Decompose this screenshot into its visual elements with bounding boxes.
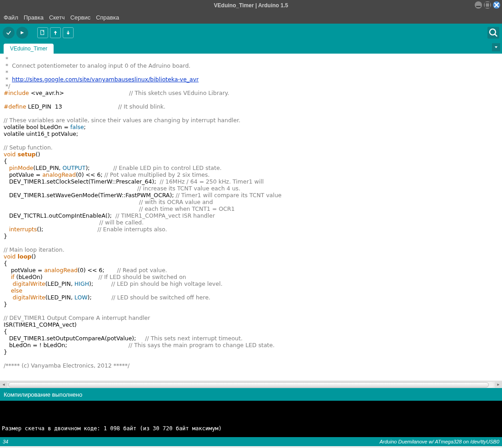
- scroll-left-button[interactable]: ◄: [0, 382, 7, 388]
- svg-marker-10: [495, 46, 497, 48]
- console: Размер скетча в двоичном коде: 1 098 бай…: [0, 401, 502, 437]
- tab-sketch[interactable]: VEduino_Timer: [4, 44, 54, 54]
- scrollbar-thumb[interactable]: [8, 382, 489, 388]
- code-editor[interactable]: * * Connect potentiometer to analog inpu…: [0, 54, 502, 381]
- close-button[interactable]: [493, 1, 500, 9]
- svg-point-8: [490, 29, 496, 35]
- verify-button[interactable]: [3, 27, 15, 39]
- open-button[interactable]: [50, 27, 61, 38]
- svg-rect-1: [485, 3, 490, 7]
- menu-help[interactable]: Справка: [96, 14, 119, 21]
- window-controls: [475, 1, 500, 9]
- save-button[interactable]: [63, 27, 74, 38]
- minimize-button[interactable]: [475, 1, 482, 9]
- tabbar: VEduino_Timer: [0, 42, 502, 54]
- scrollbar-track[interactable]: [8, 382, 494, 388]
- horizontal-scrollbar[interactable]: ◄ ►: [0, 381, 502, 388]
- status-message: Компилирование выполнено: [4, 391, 82, 398]
- menu-sketch[interactable]: Скетч: [49, 14, 65, 21]
- scroll-right-button[interactable]: ►: [495, 382, 502, 388]
- footer: 34 Arduino Duemilanove w/ ATmega328 on /…: [0, 437, 502, 446]
- status-bar: Компилирование выполнено: [0, 388, 502, 401]
- menu-service[interactable]: Сервис: [70, 14, 91, 21]
- doc-link[interactable]: http://sites.google.com/site/vanyambause…: [12, 76, 199, 83]
- toolbar: [0, 24, 502, 42]
- menu-file[interactable]: Файл: [4, 14, 18, 21]
- console-line: Размер скетча в двоичном коде: 1 098 бай…: [2, 425, 500, 432]
- svg-marker-6: [54, 31, 57, 35]
- maximize-button[interactable]: [484, 1, 491, 9]
- menu-edit[interactable]: Правка: [24, 14, 44, 21]
- serial-monitor-button[interactable]: [487, 27, 499, 39]
- titlebar: VEduino_Timer | Arduino 1.5: [0, 0, 502, 11]
- new-button[interactable]: [37, 27, 48, 38]
- menubar: Файл Правка Скетч Сервис Справка: [0, 11, 502, 24]
- svg-line-9: [495, 34, 497, 36]
- svg-marker-7: [67, 31, 70, 35]
- svg-marker-4: [21, 31, 24, 35]
- line-number: 34: [3, 439, 8, 444]
- svg-rect-5: [41, 30, 44, 35]
- window-title: VEduino_Timer | Arduino 1.5: [214, 2, 288, 9]
- tab-menu-button[interactable]: [492, 43, 500, 51]
- board-info: Arduino Duemilanove w/ ATmega328 on /dev…: [379, 439, 499, 444]
- upload-button[interactable]: [16, 27, 28, 39]
